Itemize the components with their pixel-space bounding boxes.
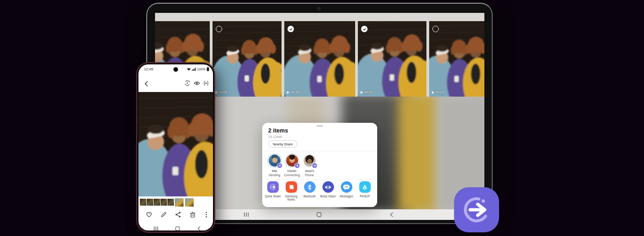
bluetooth-icon bbox=[304, 181, 316, 193]
filmstrip-thumb[interactable] bbox=[161, 199, 167, 206]
contact-target-jessi[interactable]: Jessi's Phone bbox=[301, 153, 318, 177]
filmstrip-thumb[interactable] bbox=[167, 199, 174, 206]
battery-percent: 100% bbox=[197, 68, 206, 71]
home-icon[interactable] bbox=[175, 224, 180, 230]
app-samsung-notes[interactable]: Samsung Notes bbox=[282, 181, 300, 201]
gallery-thumbnail[interactable]: 00:20 bbox=[284, 21, 355, 97]
duration-text: 00:53 bbox=[364, 91, 373, 94]
play-icon bbox=[361, 91, 363, 94]
recents-icon[interactable] bbox=[154, 224, 158, 230]
front-camera-icon bbox=[173, 67, 178, 72]
gallery-thumbnail[interactable]: 00:09 bbox=[213, 21, 282, 97]
battery-icon bbox=[207, 67, 209, 71]
phone: 12:45 100% bbox=[136, 62, 215, 233]
contact-name: Daniel bbox=[288, 169, 296, 173]
contact-targets-row: Mia Sending Daniel Con bbox=[266, 153, 318, 177]
quick-share-badge-icon bbox=[312, 163, 317, 168]
divider bbox=[262, 179, 377, 180]
more-kebab-icon[interactable] bbox=[206, 211, 207, 219]
contact-name: Mia bbox=[272, 169, 277, 173]
home-icon[interactable] bbox=[316, 212, 322, 217]
back-icon[interactable] bbox=[144, 80, 148, 88]
app-bixby-vision[interactable]: Bixby Vision bbox=[319, 181, 337, 201]
duration-text: 00:09 bbox=[219, 91, 227, 94]
play-icon bbox=[215, 91, 218, 94]
filmstrip-thumb[interactable] bbox=[147, 199, 153, 206]
eye-icon[interactable] bbox=[194, 81, 200, 86]
status-bar: 12:45 100% bbox=[138, 67, 213, 72]
contact-status: Connecting bbox=[284, 173, 299, 178]
front-camera-icon bbox=[317, 7, 321, 11]
duration-text: 00:12 bbox=[436, 91, 444, 94]
share-apps-row: Quick Share Samsung Notes Bluetooth bbox=[264, 181, 377, 201]
drag-handle[interactable] bbox=[316, 125, 323, 127]
video-duration: 00:53 bbox=[361, 91, 373, 94]
share-sheet: 2 items 29.22MB Nearby Share bbox=[262, 123, 377, 207]
contact-status: Sending bbox=[269, 173, 280, 178]
quick-share-icon bbox=[267, 181, 279, 193]
phone-nav-bar bbox=[138, 223, 213, 230]
share-sheet-title: 2 items bbox=[268, 127, 288, 134]
play-icon bbox=[287, 91, 289, 94]
stage: 00:09 00:20 00:53 bbox=[0, 0, 644, 236]
wifi-icon bbox=[187, 68, 191, 71]
filmstrip-thumb[interactable] bbox=[154, 199, 160, 206]
select-circle-icon[interactable] bbox=[216, 26, 222, 32]
select-circle-icon[interactable] bbox=[432, 26, 439, 32]
contact-target-mia[interactable]: Mia Sending bbox=[266, 153, 283, 177]
delete-trash-icon[interactable] bbox=[190, 211, 196, 219]
samsung-notes-icon bbox=[286, 181, 297, 193]
edit-pencil-icon[interactable] bbox=[161, 211, 167, 219]
divider bbox=[262, 151, 377, 151]
app-bluetooth[interactable]: Bluetooth bbox=[300, 181, 319, 201]
action-bar bbox=[138, 210, 213, 220]
contact-status: Phone bbox=[305, 173, 314, 178]
phone-screen: 12:45 100% bbox=[138, 64, 213, 230]
filmstrip-thumb-selected[interactable] bbox=[184, 198, 194, 207]
app-messages[interactable]: Messages bbox=[337, 181, 356, 201]
recents-icon[interactable] bbox=[244, 212, 249, 217]
rotate-icon[interactable] bbox=[184, 80, 190, 86]
favorite-heart-icon[interactable] bbox=[146, 211, 152, 219]
share-icon[interactable] bbox=[175, 211, 181, 219]
contact-target-daniel[interactable]: Daniel Connecting bbox=[283, 153, 300, 177]
bixby-vision-icon bbox=[322, 181, 334, 193]
app-contacts[interactable]: Contacts bbox=[374, 181, 377, 201]
back-icon[interactable] bbox=[390, 212, 393, 217]
nearby-share-button[interactable]: Nearby Share bbox=[268, 140, 297, 148]
motion-photo-icon[interactable] bbox=[203, 81, 209, 86]
quick-share-badge-icon bbox=[277, 163, 282, 168]
penup-icon bbox=[359, 181, 371, 193]
selected-check-icon[interactable] bbox=[361, 26, 368, 32]
gallery-thumbnail[interactable]: 00:53 bbox=[358, 21, 426, 97]
signal-icon bbox=[192, 68, 196, 71]
gallery-thumbnail[interactable]: 00:12 bbox=[429, 21, 484, 97]
video-duration: 00:20 bbox=[287, 91, 299, 94]
filmstrip-thumb-selected[interactable] bbox=[174, 198, 184, 207]
selected-check-icon[interactable] bbox=[288, 26, 294, 32]
back-icon[interactable] bbox=[197, 224, 201, 230]
video-duration: 00:12 bbox=[432, 91, 444, 94]
quick-share-badge-icon bbox=[294, 163, 300, 168]
photo-toolbar bbox=[138, 78, 213, 88]
filmstrip-thumb[interactable] bbox=[140, 199, 146, 206]
messages-icon bbox=[341, 181, 352, 193]
contact-name: Jessi's bbox=[305, 169, 314, 173]
quick-share-logo-icon bbox=[454, 187, 499, 232]
app-penup[interactable]: PENUP bbox=[356, 181, 374, 201]
filmstrip bbox=[140, 197, 194, 207]
video-duration: 00:09 bbox=[215, 91, 227, 94]
share-sheet-size: 29.22MB bbox=[268, 135, 282, 139]
duration-text: 00:20 bbox=[291, 91, 299, 94]
app-quick-share[interactable]: Quick Share bbox=[264, 181, 282, 201]
clock: 12:45 bbox=[144, 67, 153, 71]
photo-view[interactable] bbox=[138, 92, 213, 196]
play-icon bbox=[432, 91, 434, 94]
